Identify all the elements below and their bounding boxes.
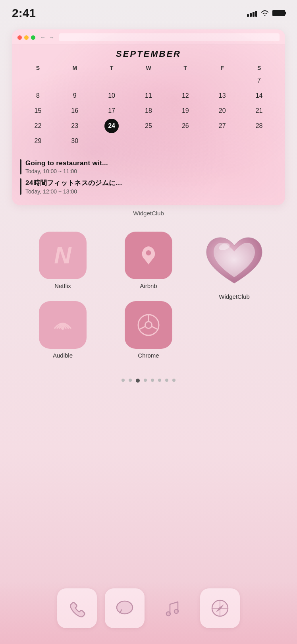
phone-icon	[66, 597, 88, 619]
app-item-audible[interactable]: Audible	[24, 301, 102, 359]
page-dot-4[interactable]	[144, 379, 147, 382]
calendar-grid: S M T W T F S 7 8 9 10 11 12	[20, 63, 277, 148]
day-header-s: S	[20, 63, 56, 73]
cal-day-16[interactable]: 16	[68, 104, 82, 118]
day-header-s2: S	[241, 63, 277, 73]
day-header-t1: T	[94, 63, 130, 73]
page-dot-5[interactable]	[151, 379, 154, 382]
airbnb-icon[interactable]	[125, 232, 172, 279]
dock-music[interactable]	[152, 588, 192, 628]
cal-day-29[interactable]: 29	[31, 134, 45, 148]
minimize-dot	[24, 35, 29, 40]
audible-icon[interactable]	[39, 301, 87, 349]
wifi-icon	[260, 10, 269, 16]
app-item-widgetclub-label: WidgetClub	[195, 293, 273, 359]
cal-day-15[interactable]: 15	[31, 104, 45, 118]
page-dot-7[interactable]	[165, 379, 168, 382]
battery-icon	[272, 10, 285, 16]
cal-day-28[interactable]: 28	[252, 119, 266, 133]
page-dot-1[interactable]	[122, 379, 125, 382]
day-header-f: F	[204, 63, 240, 73]
calendar-content: SEPTEMBER S M T W T F S 7 8 9	[12, 45, 285, 155]
svg-point-4	[146, 322, 151, 328]
url-bar[interactable]	[59, 33, 280, 41]
cal-day-14[interactable]: 14	[252, 89, 266, 103]
app-item-chrome[interactable]: Chrome	[110, 301, 187, 359]
cal-day-20[interactable]: 20	[215, 104, 230, 118]
safari-icon	[209, 597, 231, 619]
event-text-2: 24時間フィットネスのジムに… Today, 12:00 ~ 13:00	[25, 178, 122, 195]
svg-point-8	[117, 601, 133, 614]
back-arrow: ←	[40, 34, 46, 41]
airbnb-label: Airbnb	[140, 282, 157, 289]
cal-day-22[interactable]: 22	[31, 119, 45, 133]
cal-day-10[interactable]: 10	[104, 89, 119, 103]
cal-day-23[interactable]: 23	[68, 119, 82, 133]
widgetclub-label: WidgetClub	[219, 293, 250, 300]
dock-safari[interactable]	[200, 588, 240, 628]
day-header-t2: T	[167, 63, 203, 73]
calendar-widget[interactable]: ← → SEPTEMBER S M T W T F S	[12, 29, 285, 205]
widget-label: WidgetClub	[0, 210, 297, 217]
messages-icon	[114, 597, 136, 619]
cal-day-21[interactable]: 21	[252, 104, 266, 118]
page-dots	[0, 379, 297, 383]
cal-day-13[interactable]: 13	[215, 89, 230, 103]
cal-day-11[interactable]: 11	[141, 89, 156, 103]
page-dot-6[interactable]	[158, 379, 161, 382]
day-header-m: M	[57, 63, 93, 73]
cal-day-7[interactable]: 7	[252, 73, 266, 88]
events-section: Going to restaurant wit... Today, 10:00 …	[12, 155, 285, 205]
audible-logo	[52, 317, 74, 333]
fullscreen-dot	[31, 35, 35, 40]
event-title-2: 24時間フィットネスのジムに…	[25, 178, 122, 188]
heart-widget	[202, 232, 266, 293]
netflix-letter: N	[54, 244, 71, 267]
page-dot-3-active[interactable]	[136, 379, 140, 383]
signal-icon	[247, 10, 257, 17]
svg-point-9	[166, 612, 170, 616]
heart-3d-icon	[202, 232, 266, 293]
app-item-airbnb[interactable]: Airbnb	[110, 232, 187, 293]
event-title-1: Going to restaurant wit...	[25, 159, 108, 167]
chrome-label: Chrome	[138, 352, 159, 359]
cal-day-30[interactable]: 30	[68, 134, 82, 148]
event-1[interactable]: Going to restaurant wit... Today, 10:00 …	[20, 159, 277, 174]
forward-arrow: →	[49, 34, 54, 41]
dock	[0, 580, 297, 644]
dock-phone[interactable]	[57, 588, 97, 628]
app-item-netflix[interactable]: N Netflix	[24, 232, 102, 293]
dock-messages[interactable]	[105, 588, 145, 628]
cal-day-26[interactable]: 26	[178, 119, 193, 133]
event-2[interactable]: 24時間フィットネスのジムに… Today, 12:00 ~ 13:00	[20, 178, 277, 195]
cal-day-8[interactable]: 8	[31, 89, 45, 103]
cal-day-19[interactable]: 19	[178, 104, 193, 118]
event-time-1: Today, 10:00 ~ 11:00	[25, 168, 108, 174]
close-dot	[17, 35, 22, 40]
svg-point-10	[174, 609, 178, 613]
apps-grid: N Netflix Airbnb	[0, 220, 297, 359]
status-bar: 2:41	[0, 0, 297, 21]
cal-day-12[interactable]: 12	[178, 89, 193, 103]
chrome-icon[interactable]	[125, 301, 172, 349]
svg-line-6	[139, 327, 145, 329]
cal-day-17[interactable]: 17	[104, 104, 119, 118]
browser-bar: ← →	[12, 29, 285, 45]
cal-day-24-today[interactable]: 24	[104, 119, 119, 133]
event-time-2: Today, 12:00 ~ 13:00	[25, 188, 122, 195]
airbnb-logo	[138, 245, 159, 266]
netflix-icon[interactable]: N	[39, 232, 87, 279]
netflix-label: Netflix	[54, 282, 71, 289]
page-dot-2[interactable]	[129, 379, 132, 382]
status-time: 2:41	[12, 6, 36, 20]
cal-day-9[interactable]: 9	[68, 89, 82, 103]
calendar-month: SEPTEMBER	[20, 49, 277, 59]
cal-day-25[interactable]: 25	[141, 119, 156, 133]
day-header-w: W	[131, 63, 167, 73]
cal-day-27[interactable]: 27	[215, 119, 230, 133]
cal-day-18[interactable]: 18	[141, 104, 156, 118]
app-item-widgetclub[interactable]	[195, 232, 273, 293]
event-bar-1	[20, 159, 21, 174]
music-icon	[161, 597, 183, 619]
page-dot-8[interactable]	[172, 379, 176, 382]
